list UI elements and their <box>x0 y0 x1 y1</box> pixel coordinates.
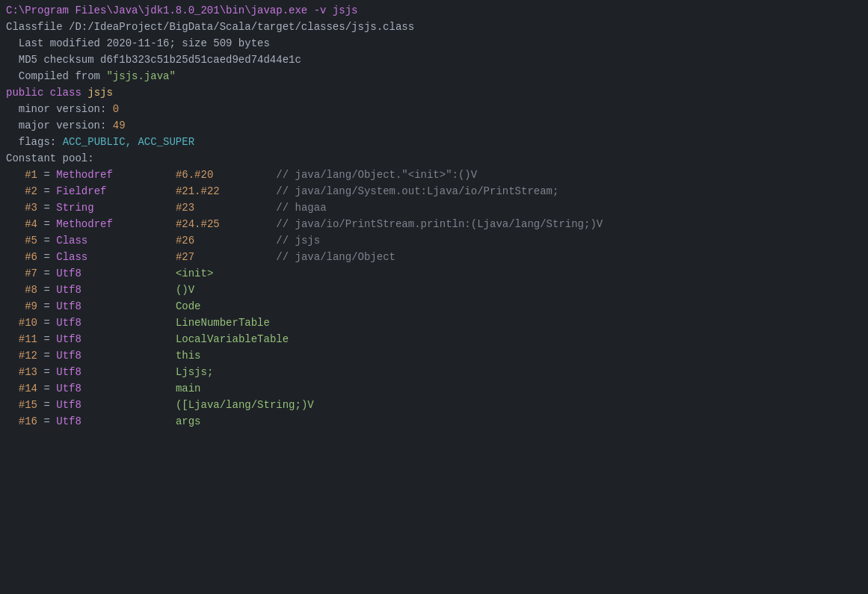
pool-ref-1: #1 <box>25 167 37 184</box>
pool-kind-13: Utf8 <box>56 365 81 381</box>
pool-num-6 <box>6 250 25 266</box>
constant-pool-text: Constant pool: <box>6 151 94 167</box>
pool-entry-15: #15 = Utf8 ([Ljava/lang/String;)V <box>0 397 868 414</box>
pool-ref-5: #5 <box>25 233 37 250</box>
pool-pad2-4 <box>220 217 277 233</box>
pool-ref-7: #7 <box>25 266 37 282</box>
command-line: C:\Program Files\Java\jdk1.8.0_201\bin\j… <box>0 3 868 19</box>
classfile-text: Classfile /D:/IdeaProject/BigData/Scala/… <box>6 19 414 36</box>
command-text: C:\Program Files\Java\jdk1.8.0_201\bin\j… <box>6 3 357 19</box>
pool-val-10: LineNumberTable <box>176 315 270 332</box>
pool-ref-16: #16 <box>19 414 37 430</box>
pool-eq-4: = <box>37 217 56 233</box>
pool-num-8 <box>6 282 25 299</box>
pool-pad-1 <box>113 167 176 184</box>
pool-pad2-5 <box>194 233 276 250</box>
pool-kind-6: Class <box>56 250 87 266</box>
pool-pad-4 <box>113 217 176 233</box>
pool-ref-14: #14 <box>19 381 37 397</box>
pool-pad-15 <box>81 397 176 414</box>
pool-entry-16: #16 = Utf8 args <box>0 414 868 430</box>
pool-ref-4: #4 <box>25 217 37 233</box>
pool-pad2-6 <box>194 250 276 266</box>
pool-entry-5: #5 = Class #26 // jsjs <box>0 233 868 250</box>
pool-entry-7: #7 = Utf8 <init> <box>0 266 868 282</box>
pool-pad-7 <box>81 266 176 282</box>
pool-ref-8: #8 <box>25 282 37 299</box>
pool-eq-2: = <box>37 184 56 200</box>
pool-pad-16 <box>81 414 176 430</box>
constant-pool-line: Constant pool: <box>0 151 868 167</box>
pool-val-4: #24.#25 <box>176 217 220 233</box>
pool-ref-10: #10 <box>19 315 37 332</box>
pool-kind-5: Class <box>56 233 87 250</box>
pool-eq-10: = <box>37 315 56 332</box>
pool-eq-15: = <box>37 397 56 414</box>
pool-ref-11: #11 <box>19 332 37 348</box>
pool-pad-14 <box>81 381 176 397</box>
pool-num-10 <box>6 315 19 332</box>
pool-val-6: #27 <box>176 250 194 266</box>
pool-num-9 <box>6 299 25 315</box>
pool-comment-3: // hagaa <box>276 200 326 217</box>
pool-eq-9: = <box>37 299 56 315</box>
last-modified-line: Last modified 2020-11-16; size 509 bytes <box>0 36 868 52</box>
pool-num-3 <box>6 200 25 217</box>
pool-val-11: LocalVariableTable <box>176 332 289 348</box>
pool-val-14: main <box>176 381 201 397</box>
pool-pad2-1 <box>213 167 276 184</box>
pool-ref-9: #9 <box>25 299 37 315</box>
pool-entry-4: #4 = Methodref #24.#25 // java/io/PrintS… <box>0 217 868 233</box>
pool-kind-16: Utf8 <box>56 414 81 430</box>
pool-entry-10: #10 = Utf8 LineNumberTable <box>0 315 868 332</box>
pool-val-2: #21.#22 <box>176 184 220 200</box>
pool-num-2 <box>6 184 25 200</box>
class-name: jsjs <box>87 85 113 102</box>
pool-val-3: #23 <box>176 200 194 217</box>
pool-entry-3: #3 = String #23 // hagaa <box>0 200 868 217</box>
pool-pad-13 <box>81 365 176 381</box>
pool-num-16 <box>6 414 19 430</box>
minor-version-line: minor version: 0 <box>0 102 868 118</box>
pool-entry-8: #8 = Utf8 ()V <box>0 282 868 299</box>
pool-pad-6 <box>87 250 176 266</box>
terminal: C:\Program Files\Java\jdk1.8.0_201\bin\j… <box>0 0 868 594</box>
pool-kind-10: Utf8 <box>56 315 81 332</box>
pool-comment-1: // java/lang/Object."<init>":()V <box>276 167 477 184</box>
pool-eq-6: = <box>37 250 56 266</box>
pool-pad-5 <box>87 233 176 250</box>
pool-eq-12: = <box>37 348 56 365</box>
flags-value: ACC_PUBLIC, ACC_SUPER <box>63 134 194 151</box>
pool-pad-10 <box>81 315 176 332</box>
pool-num-4 <box>6 217 25 233</box>
major-version-line: major version: 49 <box>0 118 868 134</box>
md5-line: MD5 checksum d6f1b323c51b25d51caed9ed74d… <box>0 52 868 69</box>
minor-version-text: minor version: <box>6 102 113 118</box>
pool-val-13: Ljsjs; <box>176 365 213 381</box>
pool-eq-7: = <box>37 266 56 282</box>
pool-eq-8: = <box>37 282 56 299</box>
pool-pad-3 <box>94 200 176 217</box>
pool-num-13 <box>6 365 19 381</box>
class-keyword: class <box>50 85 87 102</box>
compiled-label: Compiled from <box>6 69 106 85</box>
pool-eq-14: = <box>37 381 56 397</box>
pool-kind-3: String <box>56 200 93 217</box>
compiled-from-line: Compiled from "jsjs.java" <box>0 69 868 85</box>
pool-entry-2: #2 = Fieldref #21.#22 // java/lang/Syste… <box>0 184 868 200</box>
pool-eq-3: = <box>37 200 56 217</box>
md5-text: MD5 checksum d6f1b323c51b25d51caed9ed74d… <box>6 52 301 69</box>
pool-ref-15: #15 <box>19 397 37 414</box>
pool-kind-2: Fieldref <box>56 184 106 200</box>
pool-val-12: this <box>176 348 201 365</box>
classfile-line: Classfile /D:/IdeaProject/BigData/Scala/… <box>0 19 868 36</box>
pool-comment-6: // java/lang/Object <box>276 250 395 266</box>
pool-pad-11 <box>81 332 176 348</box>
pool-pad-12 <box>81 348 176 365</box>
pool-kind-9: Utf8 <box>56 299 81 315</box>
pool-kind-4: Methodref <box>56 217 113 233</box>
major-version-value: 49 <box>113 118 126 134</box>
pool-entry-11: #11 = Utf8 LocalVariableTable <box>0 332 868 348</box>
pool-val-5: #26 <box>176 233 194 250</box>
pool-num-1 <box>6 167 25 184</box>
